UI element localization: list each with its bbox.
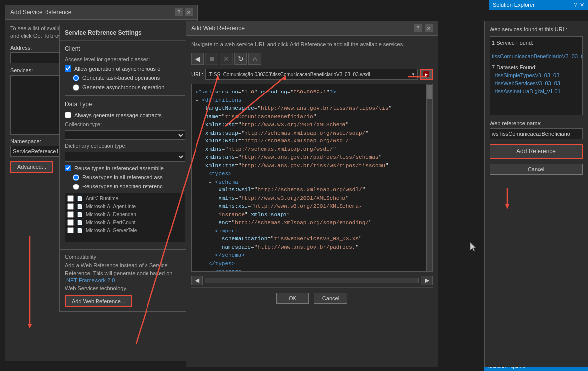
compatibility-desc: Add a Web Reference instead of a Service… <box>65 262 185 292</box>
ref-name-label: Web reference name: <box>490 120 583 126</box>
cancel-button[interactable]: Cancel <box>314 293 347 304</box>
go-button[interactable]: ▶ <box>420 69 433 80</box>
generate-async-label: Generate asynchronous operation <box>82 84 164 90</box>
reuse-specified-label: Reuse types in specified referenc <box>82 184 163 189</box>
svg-text:▶: ▶ <box>425 72 428 77</box>
dataset1-item[interactable]: - tissSimpleTypesV3_03_03 <box>492 71 580 79</box>
close-icon[interactable]: ✕ <box>580 2 584 8</box>
reuse-specified-radio[interactable] <box>73 184 79 190</box>
solution-explorer-topbar: Solution Explorer ? ✕ <box>489 0 588 10</box>
always-generate-checkbox[interactable] <box>65 112 71 118</box>
back-button[interactable]: ◀ <box>191 53 204 65</box>
service-ref-settings-panel: Service Reference Settings Client Access… <box>59 25 191 312</box>
advanced-button[interactable]: Advanced... <box>10 161 53 173</box>
add-web-ref-title: Add Web Reference <box>191 25 245 32</box>
awr-help-button[interactable]: ? <box>414 24 422 32</box>
solution-explorer-title: Solution Explorer <box>493 2 535 8</box>
awr-close-button[interactable]: ✕ <box>425 24 433 32</box>
add-service-ref-titlebar: Add Service Reference ? ✕ <box>5 5 197 20</box>
allow-async-checkbox[interactable] <box>65 65 71 72</box>
close-button[interactable]: ✕ <box>185 8 193 16</box>
help-button[interactable]: ? <box>175 8 183 16</box>
always-generate-label: Always generate message contracts <box>74 112 162 118</box>
horizontal-scrollbar[interactable] <box>205 278 419 283</box>
reuse-types-label: Reuse types in referenced assemblie <box>74 165 164 171</box>
awr-toolbar: ◀ ⏹ ✕ ↻ ⌂ <box>191 53 433 65</box>
help-icon[interactable]: ? <box>574 2 577 8</box>
generate-task-radio[interactable] <box>73 75 79 81</box>
datasets-found-header: 7 Datasets Found: <box>492 63 580 71</box>
service-name-item[interactable]: - tissComunicacaoBeneficiarioV3_03_03 <box>492 46 580 60</box>
reuse-all-label: Reuse types in all referenced ass <box>82 174 163 180</box>
xml-scrollbar-bar: ◀ ▶ <box>191 274 433 287</box>
reuse-all-radio[interactable] <box>73 174 79 181</box>
srs-title: Service Reference Settings <box>60 25 190 41</box>
cursor-icon <box>470 242 478 252</box>
allow-async-label: Allow generation of asynchronous o <box>74 66 160 72</box>
dataset3-item[interactable]: - tissAssinaturaDigital_v1.01 <box>492 87 580 95</box>
web-services-panel: Web services found at this URL: 1 Servic… <box>484 21 588 367</box>
compatibility-title: Compatibility <box>65 254 185 260</box>
web-services-found-label: Web services found at this URL: <box>490 26 583 32</box>
compatibility-section: Compatibility Add a Web Reference instea… <box>60 249 190 311</box>
awr-bottom-buttons: OK Cancel <box>191 287 433 309</box>
collection-type-select[interactable] <box>65 130 185 140</box>
scroll-left-button[interactable]: ◀ <box>191 276 203 285</box>
access-level-label: Access level for generated classes: <box>65 56 185 62</box>
url-dropdown[interactable]: .TISS_Comunicação 030303\tissComunicacao… <box>205 69 418 80</box>
client-section-label: Client <box>65 46 185 52</box>
awr-description: Navigate to a web service URL and click … <box>191 41 433 48</box>
ok-button[interactable]: OK <box>276 293 309 304</box>
url-label: URL: <box>191 71 203 77</box>
add-service-ref-title: Add Service Reference <box>10 9 71 16</box>
ref-name-input[interactable] <box>490 128 583 139</box>
scroll-right-button[interactable]: ▶ <box>421 276 433 285</box>
dropdown-arrow-icon: ▼ <box>411 72 415 77</box>
wsp-cancel-button[interactable]: Cancel <box>490 164 583 175</box>
stop-button[interactable]: ✕ <box>220 53 233 65</box>
service-found-header: 1 Service Found: <box>492 39 580 46</box>
generate-task-label: Generate task-based operations <box>82 75 160 81</box>
assemblies-list: 📄Antlr3.Runtime 📄Microsoft.AI.Agent.Inte… <box>65 193 185 242</box>
add-web-ref-titlebar: Add Web Reference ? ✕ <box>186 21 438 36</box>
refresh-button[interactable]: ↻ <box>234 53 247 65</box>
data-type-section-label: Data Type <box>65 101 185 108</box>
home-button[interactable]: ⌂ <box>248 53 261 65</box>
generate-async-radio[interactable] <box>73 84 79 91</box>
add-web-reference-button[interactable]: Add Web Reference... <box>65 295 132 307</box>
add-web-ref-dialog: Add Web Reference ? ✕ Navigate to a web … <box>186 21 438 367</box>
reuse-types-checkbox[interactable] <box>65 165 71 171</box>
xml-content-area[interactable]: <?xml version="1.0" encoding="ISO-8859-1… <box>191 84 433 272</box>
dictionary-collection-select[interactable] <box>65 152 185 162</box>
url-row: URL: .TISS_Comunicação 030303\tissComuni… <box>191 69 433 80</box>
web-services-list: 1 Service Found: - tissComunicacaoBenefi… <box>490 36 583 115</box>
dictionary-collection-label: Dictionary collection type: <box>65 143 185 149</box>
svg-marker-12 <box>470 242 476 251</box>
dataset2-item[interactable]: - tissWebServicesV3_03_03 <box>492 79 580 87</box>
collection-type-label: Collection type: <box>65 121 185 127</box>
add-reference-button[interactable]: Add Reference <box>490 144 583 159</box>
forward-button[interactable]: ⏹ <box>205 53 218 65</box>
